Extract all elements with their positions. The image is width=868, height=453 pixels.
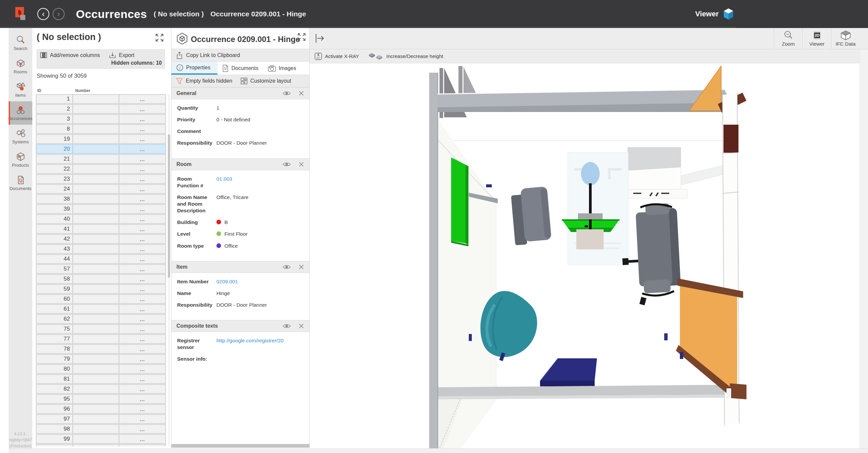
table-row-59[interactable]: 59... [36, 284, 166, 294]
row-actions-button[interactable]: ... [119, 144, 166, 154]
table-row-partial[interactable] [36, 444, 166, 446]
customize-layout-button[interactable]: Customize layout [240, 77, 291, 85]
row-actions-button[interactable]: ... [119, 254, 166, 264]
office-chair[interactable] [620, 203, 682, 306]
row-actions-button[interactable]: ... [119, 154, 166, 164]
table-row-99[interactable]: 99... [36, 434, 166, 444]
collapse-panel-icon[interactable] [314, 33, 326, 44]
table-row-75[interactable]: 75... [36, 324, 166, 334]
viewer-button[interactable]: 2DViewer [802, 28, 831, 49]
table-row-2[interactable]: 2... [36, 104, 166, 114]
table-row-96[interactable]: 96... [36, 404, 166, 414]
tab-images[interactable]: Images [264, 62, 309, 75]
expand-panel-icon[interactable] [154, 33, 164, 43]
beige-pedestal[interactable] [576, 229, 603, 249]
row-actions-button[interactable]: ... [119, 164, 166, 174]
table-row-80[interactable]: 80... [36, 364, 166, 374]
table-row-60[interactable]: 60... [36, 294, 166, 304]
row-actions-button[interactable]: ... [119, 324, 166, 334]
app-logo-icon[interactable] [15, 7, 26, 20]
row-actions-button[interactable]: ... [119, 194, 166, 204]
close-icon[interactable] [298, 161, 304, 167]
tab-viewer[interactable]: Viewer [695, 0, 734, 28]
teal-chair[interactable] [480, 291, 537, 361]
row-actions-button[interactable]: ... [119, 304, 166, 314]
row-actions-button[interactable]: ... [119, 214, 166, 224]
close-icon[interactable] [298, 90, 304, 96]
row-actions-button[interactable]: ... [119, 434, 166, 444]
sidebar-item-occurrences[interactable]: Occurrences [9, 101, 32, 125]
table-row-79[interactable]: 79... [36, 354, 166, 364]
kitchen-cabinets[interactable] [622, 147, 687, 198]
row-actions-button[interactable]: ... [119, 384, 166, 394]
wall-cabinet[interactable] [510, 186, 552, 245]
maroon-panel[interactable] [723, 125, 739, 153]
table-row-8[interactable]: 8... [36, 124, 166, 134]
eye-icon[interactable] [282, 90, 291, 96]
properties-hscrollbar[interactable] [172, 444, 309, 448]
eye-icon[interactable] [282, 161, 291, 167]
export-button[interactable]: Export [108, 51, 134, 59]
table-row-40[interactable]: 40... [36, 214, 166, 224]
breadcrumb-item-1[interactable]: Occurrence 0209.001 - Hinge [210, 10, 306, 18]
table-row-95[interactable]: 95... [36, 394, 166, 404]
row-actions-button[interactable]: ... [119, 404, 166, 414]
column-header-id[interactable]: ID [37, 88, 41, 93]
table-row-77[interactable]: 77... [36, 334, 166, 344]
sidebar-item-systems[interactable]: Systems [9, 125, 32, 148]
row-actions-button[interactable]: ... [119, 244, 166, 254]
field-value-link[interactable]: 01.003 [216, 176, 232, 189]
ifc-data-button[interactable]: IFC Data [831, 28, 860, 49]
eye-icon[interactable] [282, 264, 291, 270]
sidebar-item-items[interactable]: Items [9, 78, 32, 101]
table-row-61[interactable]: 61... [36, 304, 166, 314]
row-actions-button[interactable] [119, 444, 166, 446]
row-actions-button[interactable]: ... [119, 314, 166, 324]
sidebar-item-documents[interactable]: Documents [9, 171, 32, 195]
table-row-39[interactable]: 39... [36, 204, 166, 214]
tab-properties[interactable]: iProperties [172, 62, 217, 75]
table-row-43[interactable]: 43... [36, 244, 166, 254]
row-actions-button[interactable]: ... [119, 374, 166, 384]
row-actions-button[interactable]: ... [119, 334, 166, 344]
breadcrumb-item-0[interactable]: ( No selection ) [154, 10, 204, 18]
row-actions-button[interactable]: ... [119, 184, 166, 194]
column-header-number[interactable]: Number [75, 88, 90, 93]
add-remove-columns-button[interactable]: Add/remove columns [40, 51, 100, 59]
zoom-button[interactable]: Zoom [774, 28, 802, 49]
table-row-44[interactable]: 44... [36, 254, 166, 264]
increase-decrease-height-button[interactable]: Increase/Decrease height [368, 52, 443, 60]
row-actions-button[interactable]: ... [119, 344, 166, 354]
table-row-58[interactable]: 58... [36, 274, 166, 284]
tab-documents[interactable]: Documents [217, 62, 264, 75]
forward-button[interactable]: › [53, 8, 65, 20]
table-row-20[interactable]: 20... [36, 144, 166, 154]
row-actions-button[interactable]: ... [119, 94, 166, 104]
activate-x-ray-button[interactable]: XRAYActivate X-RAY [314, 52, 359, 60]
table-row-42[interactable]: 42... [36, 234, 166, 244]
sidebar-item-search[interactable]: Search [9, 31, 32, 55]
floor-mat[interactable] [540, 358, 597, 386]
table-row-1[interactable]: 1... [36, 94, 166, 104]
table-row-62[interactable]: 62... [36, 314, 166, 324]
table-row-81[interactable]: 81... [36, 374, 166, 384]
viewer-3d-canvas[interactable] [310, 63, 860, 448]
row-actions-button[interactable]: ... [119, 364, 166, 374]
table-row-98[interactable]: 98... [36, 424, 166, 434]
green-door[interactable] [451, 157, 468, 246]
row-actions-button[interactable]: ... [119, 424, 166, 434]
table-row-78[interactable]: 78... [36, 344, 166, 354]
expand-properties-icon[interactable] [297, 32, 307, 42]
3d-scene[interactable] [310, 63, 860, 448]
close-icon[interactable] [298, 264, 304, 270]
table-row-38[interactable]: 38... [36, 194, 166, 204]
row-actions-button[interactable]: ... [119, 204, 166, 214]
table-row-82[interactable]: 82... [36, 384, 166, 394]
row-actions-button[interactable]: ... [119, 414, 166, 424]
sidebar-item-products[interactable]: Products [9, 148, 32, 171]
table-row-41[interactable]: 41... [36, 224, 166, 234]
row-actions-button[interactable]: ... [119, 104, 166, 114]
row-actions-button[interactable]: ... [119, 114, 166, 124]
orange-door[interactable] [676, 278, 746, 399]
table-row-23[interactable]: 23... [36, 174, 166, 184]
